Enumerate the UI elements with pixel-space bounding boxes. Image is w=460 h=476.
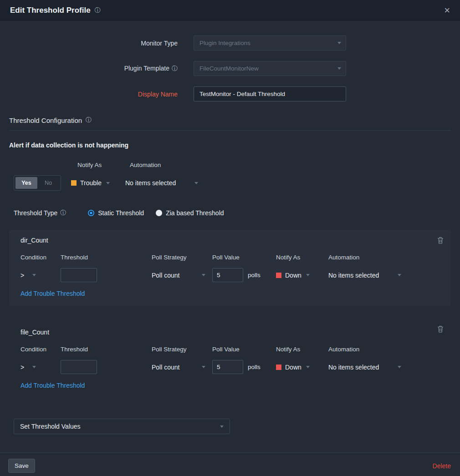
- yes-no-toggle[interactable]: Yes No: [14, 175, 61, 191]
- chevron-down-icon: [398, 366, 401, 368]
- poll-value-input[interactable]: [212, 268, 243, 282]
- chevron-down-icon: [398, 274, 401, 276]
- automation-dropdown[interactable]: No items selected: [328, 272, 401, 279]
- col-condition: Condition: [20, 254, 61, 261]
- col-poll-value: Poll Value: [212, 254, 276, 261]
- monitor-type-select[interactable]: Plugin Integrations: [194, 35, 346, 51]
- notify-as-value: Down: [285, 364, 302, 371]
- notify-as-dropdown[interactable]: Down: [276, 272, 328, 279]
- poll-strategy-dropdown[interactable]: Poll count: [152, 272, 205, 279]
- notify-as-value: Down: [285, 272, 302, 279]
- metric-panel-dir-count: dir_Count Condition Threshold Poll Strat…: [9, 230, 451, 306]
- radio-unselected-icon: [156, 210, 162, 216]
- chevron-down-icon: [194, 182, 198, 184]
- toggle-no[interactable]: No: [37, 177, 59, 189]
- chevron-down-icon: [32, 366, 36, 368]
- edit-threshold-profile-modal: Edit Threshold Profile ⓘ × Monitor Type …: [0, 0, 460, 473]
- plugin-template-label-text: Plugin Template: [124, 65, 169, 72]
- radio-selected-icon: [88, 210, 94, 216]
- trash-icon: [437, 237, 444, 244]
- metric-panel-file-count: file_Count Condition Threshold Poll Stra…: [9, 319, 451, 398]
- chevron-down-icon: [106, 182, 110, 184]
- page-title: Edit Threshold Profile: [10, 6, 91, 15]
- chevron-down-icon: [337, 67, 341, 70]
- set-threshold-values-label: Set Threshold Values: [20, 423, 81, 430]
- automation-header: Automation: [130, 162, 161, 168]
- section-divider: [9, 130, 451, 131]
- info-icon: ⓘ: [86, 116, 92, 124]
- metric-name: dir_Count: [20, 237, 442, 244]
- poll-strategy-value: Poll count: [152, 272, 179, 279]
- add-trouble-threshold-link[interactable]: Add Trouble Threshold: [20, 382, 85, 389]
- static-threshold-label: Static Threshold: [98, 209, 144, 217]
- threshold-configuration-section: Threshold Configuration ⓘ Alert if data …: [0, 116, 460, 217]
- chevron-down-icon: [306, 274, 310, 276]
- info-icon: ⓘ: [60, 209, 66, 217]
- threshold-type-row: Threshold Type ⓘ Static Threshold Zia ba…: [9, 209, 451, 217]
- metric-column-headers: Condition Threshold Poll Strategy Poll V…: [20, 254, 442, 261]
- notify-as-dropdown[interactable]: Trouble: [71, 179, 125, 187]
- display-name-row: Display Name: [0, 86, 460, 101]
- col-poll-strategy: Poll Strategy: [152, 254, 212, 261]
- col-poll-strategy: Poll Strategy: [152, 346, 212, 353]
- col-condition: Condition: [20, 346, 61, 353]
- poll-unit-label: polls: [248, 272, 261, 279]
- col-notify-as: Notify As: [276, 346, 328, 353]
- poll-unit-label: polls: [248, 364, 261, 370]
- condition-dropdown[interactable]: >: [20, 272, 61, 279]
- col-threshold: Threshold: [61, 346, 152, 353]
- plugin-template-value: FileCountMonitorNew: [199, 65, 259, 72]
- notify-as-dropdown[interactable]: Down: [276, 364, 328, 371]
- plugin-template-select[interactable]: FileCountMonitorNew: [194, 61, 346, 76]
- col-poll-value: Poll Value: [212, 346, 276, 353]
- trouble-color-swatch: [71, 180, 77, 186]
- add-trouble-threshold-link[interactable]: Add Trouble Threshold: [20, 290, 85, 297]
- plugin-template-row: Plugin Templateⓘ FileCountMonitorNew: [0, 61, 460, 76]
- modal-header: Edit Threshold Profile ⓘ ×: [0, 0, 460, 21]
- footer: Save Delete: [0, 453, 460, 473]
- threshold-type-options: Static Threshold Zia based Threshold: [88, 209, 224, 217]
- metric-column-headers: Condition Threshold Poll Strategy Poll V…: [20, 346, 442, 353]
- close-icon[interactable]: ×: [444, 5, 450, 15]
- monitor-type-label: Monitor Type: [0, 40, 178, 47]
- chevron-down-icon: [32, 274, 36, 276]
- metric-row: > Poll count polls: [20, 268, 442, 282]
- radio-static-threshold[interactable]: Static Threshold: [88, 209, 144, 217]
- toggle-yes[interactable]: Yes: [15, 177, 37, 189]
- poll-value-input[interactable]: [212, 360, 243, 374]
- notify-as-value: Trouble: [80, 179, 102, 187]
- automation-dropdown[interactable]: No items selected: [328, 364, 401, 371]
- automation-dropdown[interactable]: No items selected: [125, 179, 198, 187]
- delete-metric-button[interactable]: [437, 237, 444, 244]
- automation-value: No items selected: [328, 364, 379, 371]
- condition-dropdown[interactable]: >: [20, 364, 61, 371]
- threshold-type-label: Threshold Type ⓘ: [14, 209, 66, 217]
- chevron-down-icon: [220, 425, 224, 428]
- chevron-down-icon: [306, 366, 310, 368]
- metric-row: > Poll count polls: [20, 360, 442, 374]
- save-button[interactable]: Save: [8, 459, 35, 473]
- chevron-down-icon: [202, 274, 205, 276]
- monitor-type-row: Monitor Type Plugin Integrations: [0, 35, 460, 51]
- notify-header-row: Notify As Automation: [9, 162, 451, 168]
- notify-as-header: Notify As: [77, 162, 130, 168]
- threshold-input[interactable]: [61, 360, 97, 374]
- condition-value: >: [20, 272, 24, 279]
- display-name-label: Display Name: [0, 91, 178, 98]
- data-collection-alert-row: Yes No Trouble No items selected: [9, 175, 451, 191]
- chevron-down-icon: [202, 366, 205, 368]
- radio-zia-threshold[interactable]: Zia based Threshold: [156, 209, 224, 217]
- alert-collection-text: Alert if data collection is not happenin…: [9, 142, 451, 149]
- section-title: Threshold Configuration: [9, 116, 82, 124]
- col-threshold: Threshold: [61, 254, 152, 261]
- display-name-input[interactable]: [194, 86, 346, 101]
- col-automation: Automation: [328, 254, 406, 261]
- metric-name: file_Count: [20, 329, 442, 336]
- automation-value: No items selected: [328, 272, 379, 279]
- delete-metric-button[interactable]: [437, 325, 444, 333]
- delete-link[interactable]: Delete: [433, 462, 451, 470]
- poll-strategy-dropdown[interactable]: Poll count: [152, 364, 205, 371]
- poll-strategy-value: Poll count: [152, 364, 179, 371]
- set-threshold-values-dropdown[interactable]: Set Threshold Values: [14, 419, 230, 434]
- threshold-input[interactable]: [61, 268, 97, 282]
